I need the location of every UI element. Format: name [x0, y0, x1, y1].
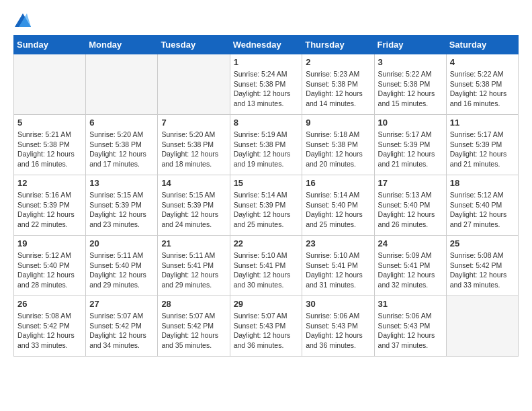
calendar-cell: 3Sunrise: 5:22 AM Sunset: 5:38 PM Daylig… — [374, 54, 446, 115]
calendar-cell: 19Sunrise: 5:12 AM Sunset: 5:40 PM Dayli… — [14, 236, 86, 296]
day-info: Sunrise: 5:15 AM Sunset: 5:39 PM Dayligh… — [161, 190, 226, 230]
day-number: 9 — [306, 118, 370, 128]
calendar-cell: 25Sunrise: 5:08 AM Sunset: 5:42 PM Dayli… — [446, 236, 518, 296]
calendar-cell: 4Sunrise: 5:22 AM Sunset: 5:38 PM Daylig… — [446, 54, 518, 115]
weekday-header-tuesday: Tuesday — [158, 36, 230, 54]
weekday-header-wednesday: Wednesday — [230, 36, 302, 54]
week-row-4: 19Sunrise: 5:12 AM Sunset: 5:40 PM Dayli… — [14, 236, 519, 296]
week-row-3: 12Sunrise: 5:16 AM Sunset: 5:39 PM Dayli… — [14, 175, 519, 236]
day-info: Sunrise: 5:07 AM Sunset: 5:43 PM Dayligh… — [234, 311, 299, 351]
day-number: 12 — [17, 178, 82, 188]
calendar-cell: 22Sunrise: 5:10 AM Sunset: 5:41 PM Dayli… — [230, 236, 302, 296]
calendar-cell: 29Sunrise: 5:07 AM Sunset: 5:43 PM Dayli… — [230, 296, 302, 357]
day-info: Sunrise: 5:14 AM Sunset: 5:40 PM Dayligh… — [306, 190, 370, 230]
calendar-cell — [158, 54, 230, 115]
logo — [13, 13, 31, 24]
calendar-cell: 6Sunrise: 5:20 AM Sunset: 5:38 PM Daylig… — [86, 115, 158, 175]
calendar-cell: 30Sunrise: 5:06 AM Sunset: 5:43 PM Dayli… — [302, 296, 374, 357]
day-number: 1 — [234, 57, 299, 67]
day-number: 15 — [234, 178, 299, 188]
calendar-cell: 20Sunrise: 5:11 AM Sunset: 5:40 PM Dayli… — [86, 236, 158, 296]
calendar-cell: 27Sunrise: 5:07 AM Sunset: 5:42 PM Dayli… — [86, 296, 158, 357]
day-number: 31 — [378, 299, 443, 309]
calendar-cell: 9Sunrise: 5:18 AM Sunset: 5:38 PM Daylig… — [302, 115, 374, 175]
calendar-cell — [86, 54, 158, 115]
day-number: 25 — [450, 238, 515, 248]
weekday-header-monday: Monday — [86, 36, 158, 54]
day-info: Sunrise: 5:10 AM Sunset: 5:41 PM Dayligh… — [306, 250, 370, 290]
weekday-header-row: SundayMondayTuesdayWednesdayThursdayFrid… — [14, 36, 519, 54]
day-info: Sunrise: 5:12 AM Sunset: 5:40 PM Dayligh… — [17, 250, 82, 290]
day-info: Sunrise: 5:22 AM Sunset: 5:38 PM Dayligh… — [378, 69, 443, 109]
day-number: 16 — [306, 178, 370, 188]
day-info: Sunrise: 5:19 AM Sunset: 5:38 PM Dayligh… — [234, 130, 299, 169]
day-info: Sunrise: 5:24 AM Sunset: 5:38 PM Dayligh… — [234, 69, 299, 109]
day-info: Sunrise: 5:14 AM Sunset: 5:39 PM Dayligh… — [234, 190, 299, 230]
calendar-cell: 24Sunrise: 5:09 AM Sunset: 5:41 PM Dayli… — [374, 236, 446, 296]
day-number: 7 — [161, 118, 226, 128]
calendar-cell: 13Sunrise: 5:15 AM Sunset: 5:39 PM Dayli… — [86, 175, 158, 236]
day-info: Sunrise: 5:12 AM Sunset: 5:40 PM Dayligh… — [450, 190, 515, 230]
day-number: 30 — [306, 299, 370, 309]
day-info: Sunrise: 5:08 AM Sunset: 5:42 PM Dayligh… — [450, 250, 515, 290]
calendar-cell: 23Sunrise: 5:10 AM Sunset: 5:41 PM Dayli… — [302, 236, 374, 296]
calendar-cell: 2Sunrise: 5:23 AM Sunset: 5:38 PM Daylig… — [302, 54, 374, 115]
day-number: 6 — [89, 118, 154, 128]
calendar-cell: 10Sunrise: 5:17 AM Sunset: 5:39 PM Dayli… — [374, 115, 446, 175]
logo-icon — [15, 13, 31, 27]
day-info: Sunrise: 5:17 AM Sunset: 5:39 PM Dayligh… — [450, 130, 515, 169]
day-info: Sunrise: 5:18 AM Sunset: 5:38 PM Dayligh… — [306, 130, 370, 169]
page-header — [13, 13, 519, 24]
day-number: 19 — [17, 238, 82, 248]
calendar-cell: 11Sunrise: 5:17 AM Sunset: 5:39 PM Dayli… — [446, 115, 518, 175]
day-info: Sunrise: 5:06 AM Sunset: 5:43 PM Dayligh… — [378, 311, 443, 351]
calendar-cell: 21Sunrise: 5:11 AM Sunset: 5:41 PM Dayli… — [158, 236, 230, 296]
day-info: Sunrise: 5:07 AM Sunset: 5:42 PM Dayligh… — [89, 311, 154, 351]
calendar-table: SundayMondayTuesdayWednesdayThursdayFrid… — [13, 35, 519, 357]
day-number: 8 — [234, 118, 299, 128]
day-number: 5 — [17, 118, 82, 128]
calendar-cell: 26Sunrise: 5:08 AM Sunset: 5:42 PM Dayli… — [14, 296, 86, 357]
day-number: 26 — [17, 299, 82, 309]
day-number: 18 — [450, 178, 515, 188]
calendar-cell: 5Sunrise: 5:21 AM Sunset: 5:38 PM Daylig… — [14, 115, 86, 175]
day-number: 24 — [378, 238, 443, 248]
day-number: 20 — [89, 238, 154, 248]
day-info: Sunrise: 5:09 AM Sunset: 5:41 PM Dayligh… — [378, 250, 443, 290]
day-info: Sunrise: 5:11 AM Sunset: 5:40 PM Dayligh… — [89, 250, 154, 290]
week-row-2: 5Sunrise: 5:21 AM Sunset: 5:38 PM Daylig… — [14, 115, 519, 175]
calendar-cell — [14, 54, 86, 115]
calendar-cell — [446, 296, 518, 357]
day-info: Sunrise: 5:16 AM Sunset: 5:39 PM Dayligh… — [17, 190, 82, 230]
weekday-header-saturday: Saturday — [446, 36, 518, 54]
day-info: Sunrise: 5:23 AM Sunset: 5:38 PM Dayligh… — [306, 69, 370, 109]
week-row-5: 26Sunrise: 5:08 AM Sunset: 5:42 PM Dayli… — [14, 296, 519, 357]
weekday-header-sunday: Sunday — [14, 36, 86, 54]
calendar-cell: 31Sunrise: 5:06 AM Sunset: 5:43 PM Dayli… — [374, 296, 446, 357]
day-number: 21 — [161, 238, 226, 248]
calendar-cell: 12Sunrise: 5:16 AM Sunset: 5:39 PM Dayli… — [14, 175, 86, 236]
day-number: 29 — [234, 299, 299, 309]
day-info: Sunrise: 5:20 AM Sunset: 5:38 PM Dayligh… — [161, 130, 226, 169]
calendar-cell: 17Sunrise: 5:13 AM Sunset: 5:40 PM Dayli… — [374, 175, 446, 236]
weekday-header-thursday: Thursday — [302, 36, 374, 54]
week-row-1: 1Sunrise: 5:24 AM Sunset: 5:38 PM Daylig… — [14, 54, 519, 115]
day-number: 11 — [450, 118, 515, 128]
calendar-cell: 18Sunrise: 5:12 AM Sunset: 5:40 PM Dayli… — [446, 175, 518, 236]
calendar-cell: 8Sunrise: 5:19 AM Sunset: 5:38 PM Daylig… — [230, 115, 302, 175]
day-info: Sunrise: 5:07 AM Sunset: 5:42 PM Dayligh… — [161, 311, 226, 351]
day-number: 17 — [378, 178, 443, 188]
day-number: 2 — [306, 57, 370, 67]
calendar-cell: 15Sunrise: 5:14 AM Sunset: 5:39 PM Dayli… — [230, 175, 302, 236]
day-number: 13 — [89, 178, 154, 188]
day-info: Sunrise: 5:13 AM Sunset: 5:40 PM Dayligh… — [378, 190, 443, 230]
day-number: 27 — [89, 299, 154, 309]
day-info: Sunrise: 5:22 AM Sunset: 5:38 PM Dayligh… — [450, 69, 515, 109]
day-number: 23 — [306, 238, 370, 248]
day-number: 4 — [450, 57, 515, 67]
day-info: Sunrise: 5:11 AM Sunset: 5:41 PM Dayligh… — [161, 250, 226, 290]
day-number: 14 — [161, 178, 226, 188]
day-number: 3 — [378, 57, 443, 67]
day-number: 22 — [234, 238, 299, 248]
calendar-cell: 7Sunrise: 5:20 AM Sunset: 5:38 PM Daylig… — [158, 115, 230, 175]
